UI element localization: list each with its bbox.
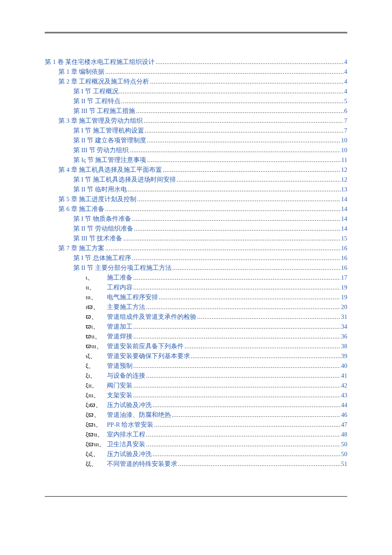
toc-entry[interactable]: 第 2 章 工程概况及施工特点分析4	[45, 78, 347, 85]
toc-entry[interactable]: 第 II 节 主要分部分项工程施工方法16	[45, 265, 347, 271]
toc-entry[interactable]: 第 II 节 建立各项管理制度10	[45, 137, 347, 144]
toc-entry[interactable]: ϖιιι、管道安装前应具备下列条件38	[45, 343, 347, 350]
toc-marker: ξξ、	[86, 461, 104, 467]
toc-leader-dots	[191, 353, 340, 359]
toc-label: 第 I 节 工程概况	[73, 88, 118, 95]
toc-entry[interactable]: ξι、与设备的连接41	[45, 373, 347, 379]
toc-label: 第 III 节 劳动力组织	[73, 147, 129, 153]
toc-label: 第 II 节 临时用水电	[73, 186, 127, 193]
toc-label: 第 III 节 技术准备	[73, 235, 122, 242]
toc-page-number: 10	[341, 137, 348, 144]
toc-page-number: 14	[341, 216, 348, 222]
toc-leader-dots	[154, 422, 340, 428]
toc-entry[interactable]: 第 II 节 临时用水电13	[45, 186, 347, 193]
toc-entry[interactable]: 第 I 节 物质条件准备14	[45, 216, 347, 222]
toc-entry[interactable]: ιϖ、主要施工方法20	[45, 304, 347, 310]
toc-entry[interactable]: ξ、管道预制40	[45, 363, 347, 369]
toc-entry[interactable]: 第 4 章 施工机具选择及施工平面布置12	[45, 167, 347, 173]
toc-entry[interactable]: ξιξ、压力试验及冲洗50	[45, 451, 347, 457]
toc-leader-dots	[105, 245, 340, 251]
toc-entry[interactable]: 第 Iς 节 施工管理注意事项11	[45, 157, 347, 163]
toc-entry[interactable]: 第 II 节 工程特点5	[45, 98, 347, 104]
toc-leader-dots	[132, 255, 340, 261]
toc-page-number: 51	[341, 461, 348, 467]
toc-label: 支架安装	[104, 392, 133, 399]
toc-label: 第 II 节 工程特点	[73, 98, 121, 104]
toc-entry[interactable]: ξιιι、支架安装43	[45, 392, 347, 399]
toc-page-number: 4	[344, 59, 347, 65]
toc-page-number: 15	[341, 235, 348, 242]
toc-entry[interactable]: ξϖιιι、卫生洁具安装50	[45, 441, 347, 448]
toc-leader-dots	[105, 69, 343, 75]
toc-entry[interactable]: ϖιι、管道焊接36	[45, 333, 347, 340]
toc-label: 第 2 章 工程概况及施工特点分析	[58, 78, 149, 85]
toc-entry[interactable]: 第 I 节 施工管理机构设置7	[45, 127, 347, 134]
toc-entry[interactable]: 第 III 节 技术准备15	[45, 235, 347, 242]
toc-leader-dots	[121, 98, 343, 104]
toc-entry[interactable]: 第 3 章 施工管理及劳动力组织7	[45, 118, 347, 124]
toc-leader-dots	[133, 363, 340, 369]
toc-entry[interactable]: ιι、工程内容19	[45, 284, 347, 291]
toc-entry[interactable]: 第 I 节 总体施工程序16	[45, 255, 347, 261]
toc-page-number: 19	[341, 284, 348, 291]
toc-page-number: 7	[344, 127, 347, 134]
toc-page-number: 5	[344, 98, 347, 104]
toc-page-number: 13	[341, 186, 348, 193]
toc-page-number: 38	[341, 343, 348, 350]
toc-label: 第 III 节 工程施工措施	[73, 108, 135, 114]
toc-marker: ϖ、	[86, 314, 104, 320]
toc-entry[interactable]: ϖ、管道组成件及管道支承件的检验31	[45, 314, 347, 320]
toc-label: 第 1 卷 某住宅楼水电工程施工组织设计	[45, 59, 155, 65]
toc-entry[interactable]: ξϖ、管道油漆、防腐和绝热46	[45, 412, 347, 418]
toc-page-number: 42	[341, 382, 348, 389]
toc-entry[interactable]: 第 6 章 施工准备14	[45, 206, 347, 212]
toc-entry[interactable]: ι、施工准备17	[45, 275, 347, 281]
toc-entry[interactable]: 第 1 章 编制依据4	[45, 69, 347, 75]
toc-entry[interactable]: ξιϖ、压力试验及冲洗44	[45, 402, 347, 408]
toc-entry[interactable]: ξξ、不同管道的特殊安装要求51	[45, 461, 347, 467]
toc-page-number: 41	[341, 373, 348, 379]
toc-leader-dots	[133, 333, 340, 340]
toc-page-number: 7	[344, 118, 347, 124]
toc-label: 工程内容	[104, 284, 133, 291]
toc-label: 卫生洁具安装	[104, 441, 145, 448]
toc-page-number: 40	[341, 363, 348, 369]
toc-label: 第 6 章 施工准备	[58, 206, 104, 212]
toc-label: 管道油漆、防腐和绝热	[104, 412, 171, 418]
table-of-contents: 第 1 卷 某住宅楼水电工程施工组织设计4第 1 章 编制依据4第 2 章 工程…	[45, 59, 347, 467]
toc-label: PP-R 给水管安装	[104, 422, 153, 428]
toc-marker: ξϖι、	[86, 422, 104, 428]
toc-entry[interactable]: 第 7 章 施工方案16	[45, 245, 347, 251]
toc-marker: ξι、	[86, 373, 104, 379]
toc-entry[interactable]: 第 III 节 工程施工措施6	[45, 108, 347, 114]
toc-page-number: 14	[341, 196, 348, 202]
toc-entry[interactable]: ιξ、管道安装要确保下列基本要求39	[45, 353, 347, 359]
toc-entry[interactable]: ξϖιι、室内排水工程48	[45, 431, 347, 438]
toc-leader-dots	[133, 284, 340, 291]
toc-leader-dots	[136, 108, 343, 114]
toc-entry[interactable]: ξιι、阀门安装42	[45, 382, 347, 389]
toc-entry[interactable]: 第 III 节 劳动力组织10	[45, 147, 347, 153]
toc-page-number: 14	[341, 225, 348, 232]
toc-label: 第 I 节 施工机具选择及进场时间安排	[73, 176, 176, 183]
toc-leader-dots	[178, 461, 340, 467]
toc-entry[interactable]: 第 II 节 劳动组织准备14	[45, 225, 347, 232]
toc-page-number: 20	[341, 304, 348, 310]
toc-label: 室内排水工程	[104, 431, 145, 438]
toc-entry[interactable]: ιιι、电气施工程序安排19	[45, 294, 347, 301]
toc-entry[interactable]: ξϖι、PP-R 给水管安装47	[45, 422, 347, 428]
toc-page-number: 4	[344, 88, 347, 95]
toc-entry[interactable]: 第 I 节 工程概况4	[45, 88, 347, 95]
toc-label: 管道焊接	[104, 333, 133, 340]
toc-leader-dots	[159, 294, 340, 301]
toc-page-number: 19	[341, 294, 348, 301]
toc-entry[interactable]: ϖι、管道加工34	[45, 324, 347, 330]
toc-entry[interactable]: 第 5 章 施工进度计划及控制14	[45, 196, 347, 202]
toc-leader-dots	[133, 324, 340, 330]
toc-entry[interactable]: 第 1 卷 某住宅楼水电工程施工组织设计4	[45, 59, 347, 65]
toc-label: 不同管道的特殊安装要求	[104, 461, 177, 467]
toc-page-number: 11	[341, 157, 347, 163]
toc-label: 管道预制	[104, 363, 133, 369]
toc-entry[interactable]: 第 I 节 施工机具选择及进场时间安排12	[45, 176, 347, 183]
toc-leader-dots	[184, 343, 340, 350]
